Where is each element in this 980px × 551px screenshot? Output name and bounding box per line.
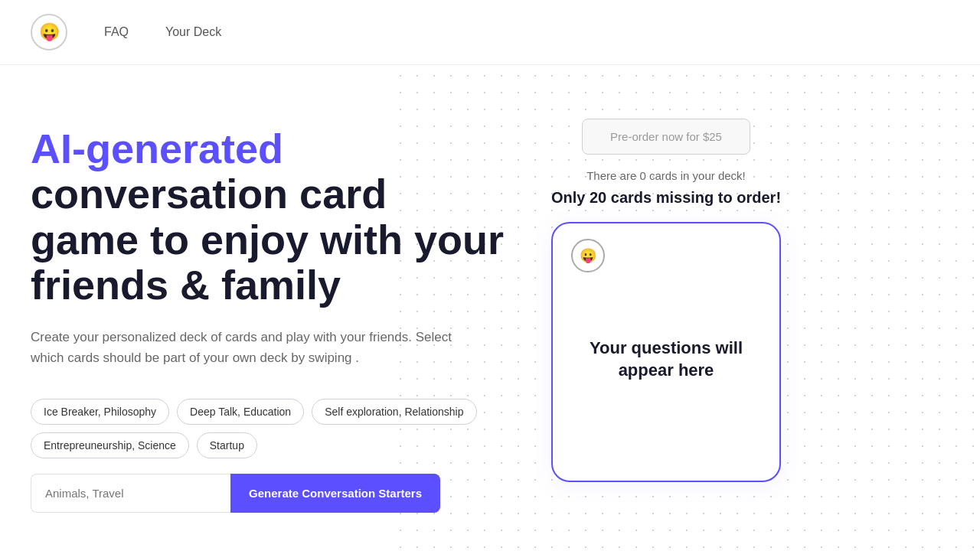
tag-item[interactable]: Entrepreuneurship, Science bbox=[31, 432, 189, 458]
tag-item[interactable]: Self exploration, Relationship bbox=[312, 399, 476, 425]
topic-input[interactable] bbox=[31, 474, 230, 513]
tag-item[interactable]: Deep Talk, Education bbox=[177, 399, 304, 425]
tag-item[interactable]: Startup bbox=[197, 432, 257, 458]
hero-title: AI-generated conversation card game to e… bbox=[31, 126, 505, 308]
navbar: 😛 FAQ Your Deck bbox=[0, 0, 980, 65]
your-deck-link[interactable]: Your Deck bbox=[165, 25, 221, 39]
tags-container: Ice Breaker, PhilosophyDeep Talk, Educat… bbox=[31, 399, 505, 458]
card-count-info: There are 0 cards in your deck! Only 20 … bbox=[551, 167, 781, 210]
hero-title-highlight: AI-generated bbox=[31, 126, 283, 171]
hero-title-rest: conversation card game to enjoy with you… bbox=[31, 171, 504, 308]
faq-link[interactable]: FAQ bbox=[104, 25, 129, 39]
hero-subtitle: Create your personalized deck of cards a… bbox=[31, 327, 475, 368]
generate-button[interactable]: Generate Conversation Starters bbox=[230, 474, 440, 513]
tag-item[interactable]: Ice Breaker, Philosophy bbox=[31, 399, 169, 425]
logo[interactable]: 😛 bbox=[31, 14, 67, 51]
logo-icon: 😛 bbox=[39, 22, 60, 42]
hero-left: AI-generated conversation card game to e… bbox=[31, 111, 505, 513]
preorder-button[interactable]: Pre-order now for $25 bbox=[582, 119, 750, 155]
hero-right: Pre-order now for $25 There are 0 cards … bbox=[536, 111, 796, 482]
card-count-line2: Only 20 cards missing to order! bbox=[551, 185, 781, 210]
input-row: Generate Conversation Starters bbox=[31, 474, 440, 513]
main-content: AI-generated conversation card game to e… bbox=[0, 65, 980, 551]
card-logo-icon: 😛 bbox=[571, 239, 605, 272]
card-placeholder-text: Your questions will appear here bbox=[553, 337, 779, 381]
card-count-line1: There are 0 cards in your deck! bbox=[551, 167, 781, 185]
card-mockup: 😛 Your questions will appear here bbox=[551, 222, 781, 482]
